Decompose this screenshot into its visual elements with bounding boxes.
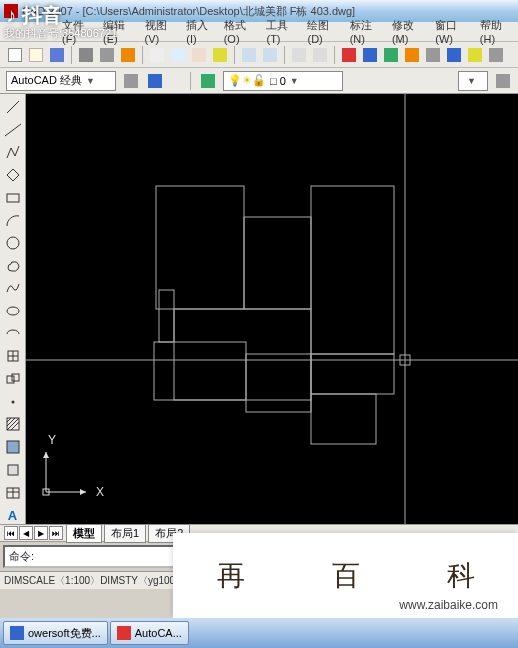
workspace-combo[interactable]: AutoCAD 经典 ▼ [6, 71, 116, 91]
menu-format[interactable]: 格式(O) [222, 18, 263, 45]
zaibaike-char-2: 百 [332, 557, 360, 595]
taskbar-item-autocad[interactable]: AutoCA... [110, 621, 189, 645]
windows-taskbar: owersoft免费... AutoCA... [0, 618, 518, 648]
circle-tool[interactable] [4, 234, 22, 252]
tab-next-button[interactable]: ▶ [34, 526, 48, 540]
app-icon [10, 626, 24, 640]
toolbar-sep [190, 72, 191, 90]
zaibaike-char-3: 科 [447, 557, 475, 595]
sun-icon: ☀ [242, 74, 252, 87]
polygon-tool[interactable] [4, 166, 22, 184]
svg-line-14 [7, 418, 15, 426]
new-button[interactable] [6, 46, 24, 64]
svg-point-11 [11, 400, 14, 403]
publish-button[interactable] [119, 46, 137, 64]
pan-button[interactable] [290, 46, 308, 64]
undo-button[interactable] [240, 46, 258, 64]
other-button[interactable] [466, 46, 484, 64]
hatch-tool[interactable] [4, 416, 22, 434]
region-tool[interactable] [4, 461, 22, 479]
chevron-down-icon: ▼ [86, 76, 95, 86]
douyin-brand: 抖音 [22, 4, 62, 26]
color-combo[interactable]: ▼ [458, 71, 488, 91]
menu-modify[interactable]: 修改(M) [390, 18, 431, 45]
canvas-svg: X Y [26, 94, 518, 524]
other-button[interactable] [403, 46, 421, 64]
layer-combo[interactable]: 💡 ☀ 🔓 □ 0 ▼ [223, 71, 343, 91]
ellipse-arc-tool[interactable] [4, 325, 22, 343]
menu-tools[interactable]: 工具(T) [264, 18, 303, 45]
autocad-icon [117, 626, 131, 640]
point-tool[interactable] [4, 393, 22, 411]
menu-view[interactable]: 视图(V) [143, 18, 183, 45]
zoom-button[interactable] [311, 46, 329, 64]
mtext-tool[interactable]: A [4, 506, 22, 524]
redo-button[interactable] [261, 46, 279, 64]
workspace-lock-button[interactable] [146, 72, 164, 90]
copy-button[interactable] [169, 46, 187, 64]
layer-value: □ 0 [270, 75, 286, 87]
menu-window[interactable]: 窗口(W) [433, 18, 476, 45]
layer-manager-button[interactable] [199, 72, 217, 90]
svg-marker-25 [43, 452, 49, 458]
svg-marker-2 [7, 169, 19, 181]
line-tool[interactable] [4, 98, 22, 116]
svg-line-1 [5, 124, 21, 136]
other-button[interactable] [361, 46, 379, 64]
polyline-tool[interactable] [4, 143, 22, 161]
floorplan-rect [154, 342, 246, 400]
svg-line-16 [11, 422, 19, 430]
other-button[interactable] [445, 46, 463, 64]
revcloud-tool[interactable] [4, 257, 22, 275]
print-button[interactable] [77, 46, 95, 64]
gradient-tool[interactable] [4, 438, 22, 456]
toolbar-sep [71, 46, 72, 64]
menu-insert[interactable]: 插入(I) [184, 18, 219, 45]
zaibaike-watermark: 再 百 科 www.zaibaike.com [173, 533, 518, 618]
paste-button[interactable] [190, 46, 208, 64]
taskbar-item-apowersoft[interactable]: owersoft免费... [3, 621, 108, 645]
drawing-canvas[interactable]: X Y [26, 94, 518, 524]
svg-point-5 [7, 307, 19, 315]
help-button[interactable] [487, 46, 505, 64]
open-button[interactable] [27, 46, 45, 64]
table-tool[interactable] [4, 484, 22, 502]
svg-point-4 [7, 237, 19, 249]
ellipse-tool[interactable] [4, 302, 22, 320]
tab-layout1[interactable]: 布局1 [104, 524, 146, 543]
floorplan-rect [156, 186, 244, 309]
ucs-x-label: X [96, 485, 104, 499]
plot-preview-button[interactable] [98, 46, 116, 64]
other-button[interactable] [424, 46, 442, 64]
workspace-settings-button[interactable] [122, 72, 140, 90]
block-make-tool[interactable] [4, 370, 22, 388]
rectangle-tool[interactable] [4, 189, 22, 207]
match-prop-button[interactable] [211, 46, 229, 64]
tab-first-button[interactable]: ⏮ [4, 526, 18, 540]
other-button[interactable] [340, 46, 358, 64]
arc-tool[interactable] [4, 211, 22, 229]
svg-line-0 [7, 101, 19, 113]
cut-button[interactable] [148, 46, 166, 64]
tab-model[interactable]: 模型 [66, 524, 102, 543]
workspace-toolbar: AutoCAD 经典 ▼ 💡 ☀ 🔓 □ 0 ▼ ▼ [0, 68, 518, 94]
draw-toolbar: A [0, 94, 26, 524]
toolbar-sep [234, 46, 235, 64]
tab-last-button[interactable]: ⏭ [49, 526, 63, 540]
status-text: DIMSCALE〈1:100〉DIMSTY〈yg100〉 [4, 575, 185, 586]
block-insert-tool[interactable] [4, 348, 22, 366]
window-title: CAD 2007 - [C:\Users\Administrator\Deskt… [22, 4, 355, 19]
other-button[interactable] [382, 46, 400, 64]
toolbar-sep [334, 46, 335, 64]
floorplan-geometry [154, 186, 394, 444]
menu-dim[interactable]: 标注(N) [348, 18, 388, 45]
tab-prev-button[interactable]: ◀ [19, 526, 33, 540]
workspace-value: AutoCAD 经典 [11, 73, 82, 88]
ucs-y-label: Y [48, 433, 56, 447]
menu-help[interactable]: 帮助(H) [478, 18, 518, 45]
xline-tool[interactable] [4, 121, 22, 139]
linetype-button[interactable] [494, 72, 512, 90]
save-button[interactable] [48, 46, 66, 64]
menu-draw[interactable]: 绘图(D) [305, 18, 345, 45]
spline-tool[interactable] [4, 280, 22, 298]
